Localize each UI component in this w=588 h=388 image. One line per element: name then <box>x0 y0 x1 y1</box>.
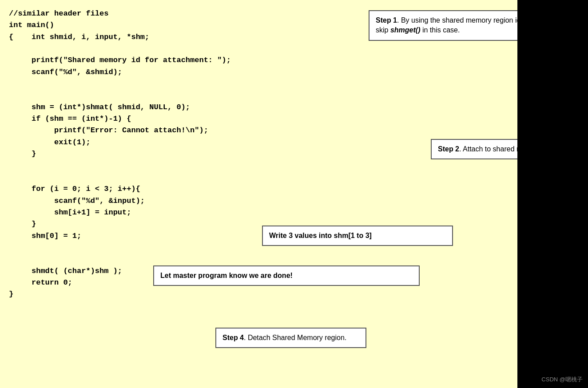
code-line-14 <box>9 160 509 171</box>
step1-text2: in this case. <box>420 26 460 34</box>
code-line-11: printf("Error: Cannot attach!\n"); <box>9 125 509 136</box>
step2-label: Step 2 <box>438 145 459 153</box>
code-line-7 <box>9 78 509 90</box>
main-content-area: //similar header files int main() { int … <box>0 0 517 388</box>
code-line-9: shm = (int*)shmat( shmid, NULL, 0); <box>9 102 509 113</box>
step1-italic: shmget() <box>390 26 421 34</box>
letmaster-text: Let master program know we are done! <box>160 272 293 279</box>
code-section: //similar header files int main() { int … <box>9 8 509 301</box>
code-line-17: scanf("%d", &input); <box>9 195 509 207</box>
step4-annotation: Step 4. Detach Shared Memory region. <box>215 328 366 348</box>
black-right-panel <box>517 0 588 388</box>
write3-annotation: Write 3 values into shm[1 to 3] <box>262 226 453 246</box>
code-line-15 <box>9 172 509 183</box>
code-line-25: } <box>9 289 509 300</box>
letmaster-annotation: Let master program know we are done! <box>153 265 420 286</box>
step4-label: Step 4 <box>222 334 244 341</box>
code-line-8 <box>9 90 509 101</box>
code-line-5: printf("Shared memory id for attachment:… <box>9 55 509 66</box>
watermark: CSDN @嗯桃子 <box>541 376 583 384</box>
code-line-16: for (i = 0; i < 3; i++){ <box>9 183 509 195</box>
code-line-18: shm[i+1] = input; <box>9 207 509 218</box>
code-line-4 <box>9 43 509 55</box>
code-line-6: scanf("%d", &shmid); <box>9 67 509 78</box>
step1-label: Step 1 <box>376 16 397 24</box>
code-line-22 <box>9 253 509 265</box>
step4-text: . Detach Shared Memory region. <box>244 334 346 341</box>
write3-text: Write 3 values into shm[1 to 3] <box>269 232 372 239</box>
code-line-10: if (shm == (int*)-1) { <box>9 113 509 125</box>
